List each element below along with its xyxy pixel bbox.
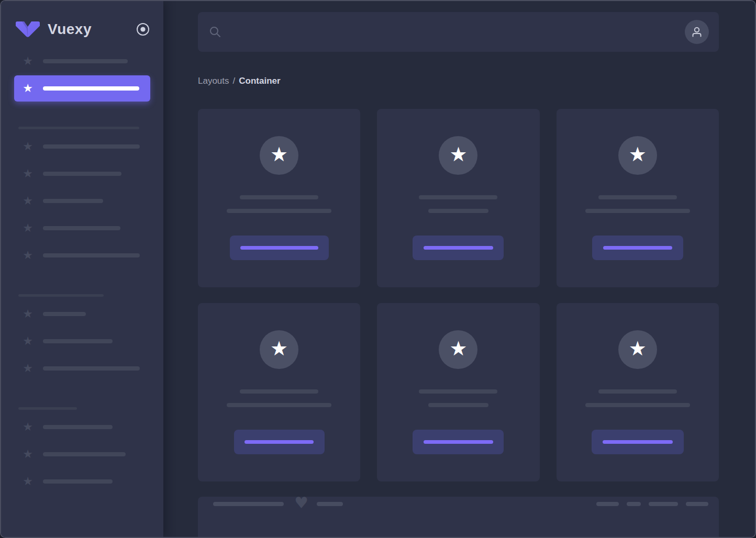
title-skeleton [598,389,677,394]
star-icon: ★ [21,308,34,320]
button-label-skeleton [424,440,493,444]
star-icon: ★ [270,144,288,164]
content-card: ★ [557,303,719,481]
breadcrumb-parent[interactable]: Layouts [198,76,229,86]
subtitle-skeleton [227,209,331,213]
sidebar-item[interactable]: ★ [14,468,150,495]
footer-right [596,502,708,506]
menu-label-skeleton [43,144,140,149]
menu-label-skeleton [43,59,128,63]
sidebar-item[interactable]: ★ [14,48,150,75]
breadcrumb-separator: / [233,76,236,86]
user-avatar[interactable] [685,20,709,44]
star-icon: ★ [21,250,34,261]
subtitle-skeleton [585,209,690,213]
card-action-button[interactable] [592,236,683,260]
footer-skeleton [627,502,641,506]
search-icon [209,26,221,38]
section-header-skeleton [18,294,104,297]
main-content: Layouts/Container ★★★★★★ ♥ [163,1,755,537]
sidebar-item-active[interactable]: ★ [14,75,150,102]
star-icon: ★ [629,144,647,164]
star-icon: ★ [21,449,34,460]
title-skeleton [240,195,318,199]
star-avatar: ★ [439,330,477,369]
subtitle-skeleton [227,403,331,407]
global-search[interactable] [198,12,719,52]
star-icon: ★ [21,141,34,152]
star-icon: ★ [449,339,467,358]
star-avatar: ★ [260,136,298,175]
sidebar-item[interactable]: ★ [14,187,150,215]
brand-name: Vuexy [48,21,92,38]
menu-label-skeleton [43,172,121,176]
sidebar-item[interactable]: ★ [14,355,150,382]
menu-label-skeleton [43,199,103,203]
star-icon: ★ [21,335,34,347]
button-label-skeleton [240,246,318,250]
star-icon: ★ [449,144,467,164]
menu-label-skeleton [43,425,113,429]
menu-label-skeleton [43,253,140,257]
card-action-button[interactable] [413,236,504,260]
button-label-skeleton [603,246,672,250]
breadcrumb: Layouts/Container [198,75,719,86]
star-avatar: ★ [618,330,657,369]
footer-skeleton [213,502,284,506]
star-icon: ★ [21,168,34,180]
title-skeleton [419,389,497,394]
content-card: ★ [198,303,360,481]
card-action-button[interactable] [230,236,329,260]
sidebar-item[interactable]: ★ [14,160,150,187]
menu-label-skeleton [43,339,113,343]
title-skeleton [240,389,318,394]
subtitle-skeleton [428,403,488,407]
footer-card: ♥ [198,497,719,538]
card-action-button[interactable] [592,430,684,454]
star-icon: ★ [21,421,34,433]
star-icon: ★ [21,55,34,67]
content-card: ★ [198,109,360,287]
footer-skeleton [649,502,678,506]
content-card: ★ [377,109,539,287]
star-avatar: ★ [439,136,477,175]
sidebar-item[interactable]: ★ [14,133,150,160]
card-action-button[interactable] [413,430,504,454]
footer-skeleton [686,502,708,506]
user-icon [690,25,704,39]
sidebar-item[interactable]: ★ [14,328,150,355]
breadcrumb-current: Container [239,76,280,86]
menu-label-skeleton [43,226,120,230]
star-icon: ★ [21,222,34,234]
section-header-skeleton [18,127,139,129]
footer-skeleton [596,502,619,506]
title-skeleton [598,195,677,199]
subtitle-skeleton [428,209,488,213]
button-label-skeleton [244,440,314,444]
sidebar-item[interactable]: ★ [14,242,150,269]
menu-label-skeleton [43,366,140,371]
star-icon: ★ [21,195,34,207]
cards-grid: ★★★★★★ [198,109,719,481]
star-icon: ★ [21,363,34,374]
radio-circle-icon[interactable] [136,23,150,36]
menu-label-skeleton [43,452,126,456]
footer-skeleton [317,502,343,506]
star-icon: ★ [629,339,647,358]
star-icon: ★ [21,83,34,94]
brand-row: Vuexy [1,1,163,38]
sidebar-item[interactable]: ★ [14,215,150,242]
star-icon: ★ [21,476,34,487]
sidebar-section: ★★★ [14,294,150,382]
sidebar-item[interactable]: ★ [14,300,150,328]
sidebar-item[interactable]: ★ [14,441,150,468]
sidebar-nav: ★★★★★★★★★★★★★ [1,48,163,495]
card-action-button[interactable] [234,430,325,454]
title-skeleton [419,195,497,199]
sidebar-item[interactable]: ★ [14,413,150,441]
star-avatar: ★ [618,136,657,175]
sidebar-section: ★★★ [14,407,150,495]
menu-label-skeleton [43,86,139,91]
sidebar-section: ★★★★★ [14,127,150,269]
heart-icon[interactable]: ♥ [294,495,308,511]
